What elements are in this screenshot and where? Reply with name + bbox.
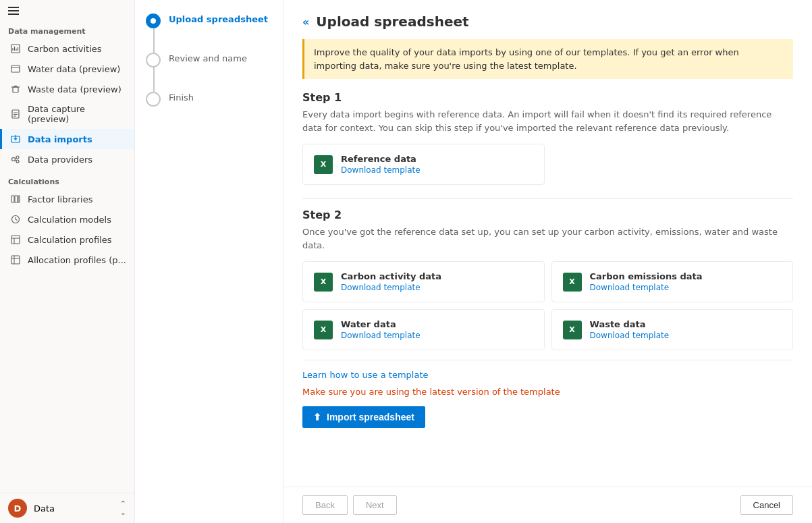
data-capture-icon [10,109,21,119]
main-body: « Upload spreadsheet Improve the quality… [283,0,812,487]
sidebar-item-label: Data imports [28,134,92,144]
svg-line-26 [16,219,18,221]
allocation-profiles-icon [10,254,21,265]
sidebar-item-calculation-profiles[interactable]: Calculation profiles [0,229,134,250]
step-label-finish: Finish [169,92,194,103]
step1-description: Every data import begins with reference … [302,108,793,134]
excel-icon-carbon-activity: X [314,273,333,292]
import-spreadsheet-button[interactable]: ⬆ Import spreadsheet [302,406,425,428]
svg-rect-5 [11,65,20,72]
calculation-models-icon [10,214,21,225]
sidebar-item-data-providers[interactable]: Data providers [0,149,134,169]
sidebar-item-waste-data[interactable]: Waste data (preview) [0,79,134,99]
step-circle-review [146,53,161,67]
water-data-download-link[interactable]: Download template [341,331,421,340]
sidebar-item-data-imports[interactable]: Data imports [0,129,134,149]
step-connector-2 [153,67,155,92]
avatar: D [8,499,27,518]
info-banner-text: Improve the quality of your data imports… [314,47,739,71]
next-button[interactable]: Next [353,495,397,515]
template-card-carbon-activity[interactable]: X Carbon activity data Download template [302,261,545,302]
step-circle-finish [146,92,161,107]
step2-description: Once you've got the reference data set u… [302,225,793,252]
sidebar-item-label: Carbon activities [28,44,102,54]
water-data-info: Water data Download template [341,319,421,340]
sidebar-item-label: Calculation models [28,215,111,225]
factor-libraries-icon [10,194,21,204]
waste-data-download-link[interactable]: Download template [590,331,670,340]
info-banner: Improve the quality of your data imports… [302,39,793,79]
step1-title: Step 1 [302,91,793,104]
upload-icon: ⬆ [313,412,321,422]
sidebar-item-label: Factor libraries [28,194,92,204]
chevron-icon: ⌃⌄ [120,499,126,517]
waste-data-info: Waste data Download template [590,319,670,340]
water-data-name: Water data [341,319,421,329]
carbon-activity-info: Carbon activity data Download template [341,271,441,292]
sidebar-item-carbon-activities[interactable]: Carbon activities [0,38,134,59]
hamburger-menu[interactable] [8,7,19,15]
main-content: « Upload spreadsheet Improve the quality… [283,0,812,523]
step-label-review: Review and name [169,53,247,63]
svg-rect-7 [13,87,18,92]
step-review: Review and name [146,53,272,67]
carbon-emissions-info: Carbon emissions data Download template [590,271,703,292]
sidebar-item-data-capture[interactable]: Data capture (preview) [0,99,134,129]
svg-rect-27 [11,236,20,244]
data-providers-icon [10,154,21,165]
step-circle-upload [146,13,161,28]
learn-how-link[interactable]: Learn how to use a template [302,370,429,380]
water-icon [10,63,21,74]
template-card-reference-data[interactable]: X Reference data Download template [302,144,545,185]
sidebar: Data management Carbon activities Water … [0,0,135,523]
sidebar-item-label: Water data (preview) [28,64,120,74]
svg-point-17 [16,156,19,159]
sidebar-item-label: Data providers [28,155,92,165]
waste-icon [10,84,21,94]
learn-divider [302,360,793,360]
import-btn-label: Import spreadsheet [327,412,414,422]
page-title-row: « Upload spreadsheet [302,13,793,30]
step-label-upload: Upload spreadsheet [169,13,268,24]
svg-rect-21 [11,196,14,202]
svg-line-19 [16,158,17,159]
carbon-emissions-download-link[interactable]: Download template [590,283,703,292]
sidebar-item-label: Allocation profiles (p... [28,255,126,265]
section-divider [302,198,793,199]
sidebar-header [0,0,134,19]
sidebar-item-label: Calculation profiles [28,235,112,245]
svg-rect-30 [11,256,20,264]
step-finish: Finish [146,92,272,107]
calculations-label: Calculations [0,169,134,189]
back-button[interactable]: Back [302,495,348,515]
step2-title: Step 2 [302,209,793,221]
calculation-profiles-icon [10,234,21,245]
svg-point-18 [16,160,19,163]
carbon-activity-download-link[interactable]: Download template [341,283,441,292]
back-arrow-icon[interactable]: « [302,16,309,28]
carbon-activities-icon [10,43,21,54]
sidebar-item-factor-libraries[interactable]: Factor libraries [0,189,134,209]
sidebar-item-allocation-profiles[interactable]: Allocation profiles (p... [0,250,134,270]
sidebar-item-calculation-models[interactable]: Calculation models [0,209,134,229]
excel-icon-waste: X [563,321,582,339]
template-card-waste-data[interactable]: X Waste data Download template [551,309,794,350]
user-label: Data [34,503,55,514]
template-card-carbon-emissions[interactable]: X Carbon emissions data Download templat… [551,261,794,302]
reference-data-info: Reference data Download template [341,154,421,175]
warning-text: Make sure you are using the latest versi… [302,387,793,397]
step-connector-1 [153,28,155,53]
data-imports-icon [10,134,21,144]
reference-data-download-link[interactable]: Download template [341,165,421,175]
stepper-panel: Upload spreadsheet Review and name Finis… [135,0,283,523]
sidebar-item-label: Waste data (preview) [28,84,121,94]
carbon-emissions-name: Carbon emissions data [590,271,703,281]
sidebar-item-water-data[interactable]: Water data (preview) [0,59,134,79]
svg-point-16 [12,158,16,161]
user-profile[interactable]: D Data ⌃⌄ [0,493,134,523]
reference-data-name: Reference data [341,154,421,164]
step1-templates: X Reference data Download template [302,144,545,185]
carbon-activity-name: Carbon activity data [341,271,441,281]
template-card-water-data[interactable]: X Water data Download template [302,309,545,350]
cancel-button[interactable]: Cancel [740,495,793,515]
